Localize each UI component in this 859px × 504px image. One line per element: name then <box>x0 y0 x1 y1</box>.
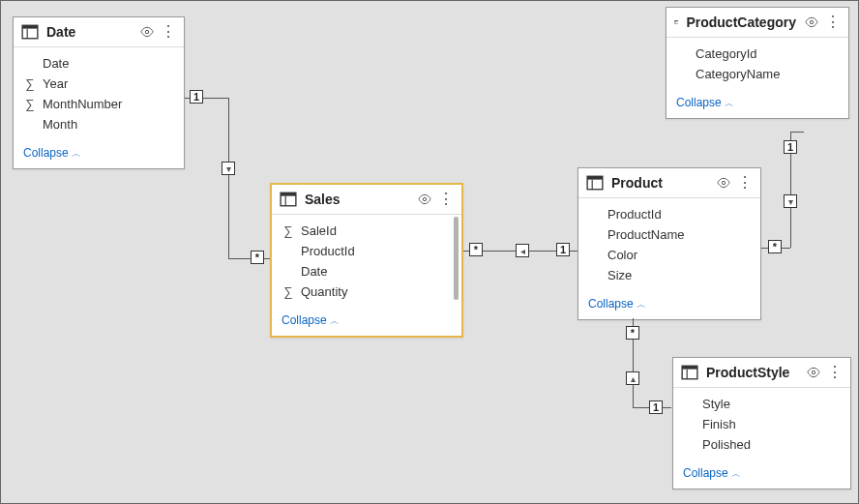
cardinality-one: 1 <box>649 400 663 414</box>
more-options-icon[interactable]: ⋮ <box>825 15 841 30</box>
more-options-icon[interactable]: ⋮ <box>161 24 176 40</box>
chevron-up-icon: ︿ <box>637 299 646 310</box>
collapse-toggle[interactable]: Collapse ︿ <box>673 460 850 489</box>
table-card-product[interactable]: Product ⋮ ProductId ProductName Color Si… <box>578 167 761 320</box>
more-options-icon[interactable]: ⋮ <box>737 175 753 191</box>
field-label: Date <box>301 264 327 279</box>
field-row[interactable]: ∑SaleId <box>272 221 461 241</box>
cardinality-one: 1 <box>784 140 797 154</box>
cardinality-one: 1 <box>556 243 570 256</box>
cardinality-many: * <box>251 251 264 264</box>
table-card-sales[interactable]: Sales ⋮ ∑SaleId ProductId Date ∑Quantity… <box>270 183 463 338</box>
field-label: Finish <box>702 417 736 431</box>
sigma-icon: ∑ <box>23 97 37 111</box>
table-card-productcategory[interactable]: ProductCategory ⋮ CategoryId CategoryNam… <box>666 7 849 119</box>
visibility-icon[interactable] <box>139 24 155 40</box>
scrollbar-thumb[interactable] <box>454 217 459 300</box>
chevron-up-icon: ︿ <box>72 148 81 159</box>
table-icon <box>21 23 39 41</box>
collapse-toggle[interactable]: Collapse ︿ <box>578 291 760 319</box>
table-title: Product <box>611 175 708 191</box>
cardinality-many: * <box>469 243 483 256</box>
field-row[interactable]: Date <box>14 53 184 74</box>
field-label: Year <box>43 76 68 91</box>
field-label: ProductId <box>301 244 355 258</box>
filter-direction-icon: ▾ <box>784 194 797 208</box>
table-card-productstyle[interactable]: ProductStyle ⋮ Style Finish Polished Col… <box>672 357 851 489</box>
field-list: Style Finish Polished <box>673 387 850 460</box>
more-options-icon[interactable]: ⋮ <box>438 192 454 207</box>
collapse-toggle[interactable]: Collapse ︿ <box>14 140 184 168</box>
filter-direction-icon: ◂ <box>516 244 529 257</box>
field-list: ∑SaleId ProductId Date ∑Quantity <box>272 214 461 308</box>
field-row[interactable]: ProductId <box>578 204 760 224</box>
relationship-line[interactable] <box>790 132 804 133</box>
collapse-toggle[interactable]: Collapse ︿ <box>666 90 848 118</box>
table-title: Date <box>46 24 132 40</box>
field-label: Color <box>607 248 637 262</box>
table-icon <box>674 14 678 31</box>
field-row[interactable]: CategoryId <box>666 44 848 64</box>
collapse-toggle[interactable]: Collapse ︿ <box>272 308 461 336</box>
filter-direction-icon: ▴ <box>626 371 639 385</box>
card-header[interactable]: ProductCategory ⋮ <box>666 8 848 37</box>
field-row[interactable]: Style <box>673 394 850 414</box>
card-header[interactable]: Product ⋮ <box>578 168 760 197</box>
table-title: Sales <box>305 192 409 207</box>
field-label: Date <box>43 56 69 71</box>
chevron-up-icon: ︿ <box>330 315 340 326</box>
visibility-icon[interactable] <box>806 365 821 380</box>
field-row[interactable]: Finish <box>673 414 850 434</box>
more-options-icon[interactable]: ⋮ <box>827 365 843 380</box>
table-title: ProductStyle <box>706 365 798 380</box>
field-label: ProductId <box>607 207 662 222</box>
field-label: Size <box>607 268 632 282</box>
table-icon <box>681 364 698 381</box>
card-header[interactable]: ProductStyle ⋮ <box>673 358 850 387</box>
field-row[interactable]: ProductId <box>272 241 461 261</box>
table-title: ProductCategory <box>686 15 796 30</box>
field-row[interactable]: ProductName <box>578 224 760 245</box>
field-label: SaleId <box>301 223 337 238</box>
filter-direction-icon: ▾ <box>222 162 235 175</box>
visibility-icon[interactable] <box>716 175 731 191</box>
card-header[interactable]: Sales ⋮ <box>272 185 461 214</box>
field-label: Quantity <box>301 284 347 299</box>
field-label: Style <box>702 397 730 411</box>
field-row[interactable]: Polished <box>673 434 850 455</box>
cardinality-many: * <box>768 240 782 253</box>
cardinality-one: 1 <box>190 90 203 104</box>
field-list: CategoryId CategoryName <box>666 37 848 90</box>
sigma-icon: ∑ <box>281 223 295 238</box>
table-card-date[interactable]: Date ⋮ Date ∑Year ∑MonthNumber Month Col… <box>13 16 185 169</box>
field-row[interactable]: ∑Quantity <box>272 282 461 302</box>
field-list: ProductId ProductName Color Size <box>578 197 760 291</box>
cardinality-many: * <box>626 326 639 340</box>
table-icon <box>280 191 297 208</box>
field-row[interactable]: Color <box>578 245 760 265</box>
field-row[interactable]: ∑MonthNumber <box>14 94 184 114</box>
field-row[interactable]: CategoryName <box>666 64 848 84</box>
field-row[interactable]: Month <box>14 114 184 134</box>
visibility-icon[interactable] <box>804 15 819 30</box>
field-list: Date ∑Year ∑MonthNumber Month <box>14 46 184 140</box>
chevron-up-icon: ︿ <box>725 98 734 108</box>
visibility-icon[interactable] <box>417 192 432 207</box>
relationship-line[interactable] <box>228 98 229 258</box>
field-row[interactable]: Date <box>272 261 461 282</box>
field-label: CategoryId <box>696 46 757 61</box>
card-header[interactable]: Date ⋮ <box>14 17 184 46</box>
field-label: ProductName <box>607 227 684 242</box>
field-row[interactable]: ∑Year <box>14 74 184 94</box>
field-row[interactable]: Size <box>578 265 760 285</box>
field-label: MonthNumber <box>43 97 122 111</box>
table-icon <box>586 174 604 192</box>
field-label: Polished <box>702 437 751 452</box>
sigma-icon: ∑ <box>281 284 295 299</box>
field-label: Month <box>43 117 77 132</box>
chevron-up-icon: ︿ <box>731 468 741 479</box>
model-canvas[interactable]: Date ⋮ Date ∑Year ∑MonthNumber Month Col… <box>0 0 859 504</box>
field-label: CategoryName <box>696 67 780 81</box>
sigma-icon: ∑ <box>23 76 37 91</box>
